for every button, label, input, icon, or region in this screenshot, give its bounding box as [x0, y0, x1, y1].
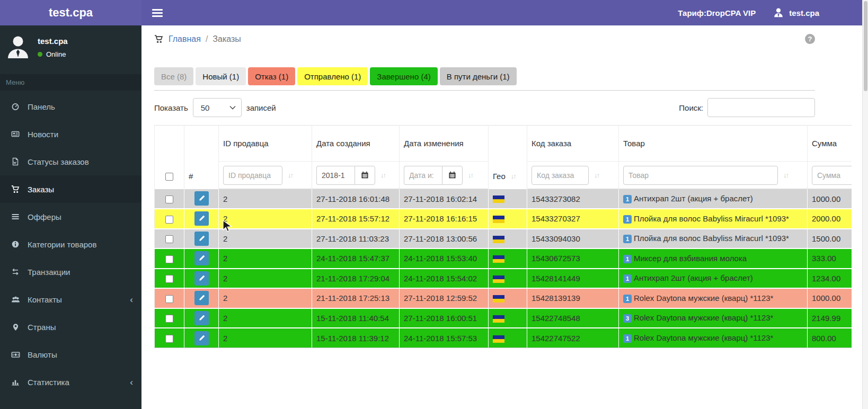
edit-button[interactable] [194, 211, 209, 226]
row-checkbox[interactable] [165, 295, 173, 303]
updated-date-cell: 27-11-2018 12:59:52 [400, 288, 489, 308]
sort-icon[interactable]: ↓↑ [468, 171, 473, 179]
row-select-cell [155, 189, 184, 209]
calendar-button[interactable] [442, 166, 463, 185]
row-checkbox[interactable] [165, 315, 173, 323]
calendar-button[interactable] [355, 166, 375, 185]
row-checkbox[interactable] [165, 335, 173, 343]
sidebar-item-statistics[interactable]: Статистика ‹ [0, 368, 141, 396]
product-cell: 1Миксер для взбивания молока [619, 248, 808, 269]
order-code-cell: 15422747522 [527, 328, 619, 348]
avatar [5, 34, 31, 59]
select-all-checkbox[interactable] [165, 173, 173, 181]
sort-icon[interactable]: ↓↑ [288, 171, 293, 179]
row-edit-cell [184, 229, 219, 249]
table-row: 2 24-11-2018 15:47:37 24-11-2018 15:53:4… [155, 248, 852, 269]
sort-icon[interactable]: ↓↑ [511, 172, 516, 180]
edit-button[interactable] [194, 331, 209, 345]
breadcrumb-separator: / [206, 34, 208, 44]
geo-cell [489, 248, 527, 269]
breadcrumb-home-link[interactable]: Главная [169, 34, 201, 44]
row-checkbox[interactable] [165, 216, 173, 224]
tab-completed[interactable]: Завершено (4) [370, 67, 437, 85]
sidebar-item-label: Категории товаров [28, 240, 96, 249]
tab-all[interactable]: Все (8) [154, 67, 193, 85]
tariff-label: Тариф:DropCPA VIP [678, 8, 756, 17]
orders-table: # ID продавца Дата создания Дата изменен… [154, 125, 852, 348]
seller-filter-input[interactable] [223, 166, 282, 185]
filter-cell-seller: ↓↑ [219, 162, 312, 189]
sort-icon[interactable]: ↓↑ [783, 171, 788, 179]
user-icon [773, 7, 784, 19]
row-checkbox[interactable] [165, 195, 173, 203]
created-date-cell: 15-11-2018 11:40:54 [312, 308, 400, 328]
edit-button[interactable] [194, 232, 209, 246]
created-date-filter-input[interactable] [316, 166, 355, 185]
sidebar-item-offers[interactable]: Офферы [0, 203, 141, 230]
order-code-filter-input[interactable] [532, 166, 589, 185]
sidebar-item-orders[interactable]: Заказы [0, 175, 141, 203]
updated-date-cell: 27-11-2018 16:16:15 [400, 209, 489, 229]
product-cell: 3Rolex Daytona мужские (кварц) *1123* [619, 308, 808, 328]
edit-button[interactable] [194, 251, 209, 265]
tab-sent[interactable]: Отправлено (1) [297, 67, 368, 85]
sort-icon[interactable]: ↓↑ [594, 171, 599, 179]
sidebar-item-product-categories[interactable]: Категории товаров [0, 230, 141, 258]
tab-money-in-transit[interactable]: В пути деньги (1) [440, 67, 517, 85]
column-header-updated: Дата изменения [400, 126, 489, 162]
tab-new[interactable]: Новый (1) [196, 67, 246, 85]
edit-button[interactable] [194, 311, 209, 325]
product-cell: 1Плойка для волос Babyliss Miracurl *109… [619, 229, 808, 249]
ukraine-flag-icon [493, 335, 504, 343]
row-checkbox[interactable] [165, 275, 173, 283]
hamburger-menu-icon[interactable] [152, 9, 163, 17]
edit-button[interactable] [194, 291, 209, 305]
sidebar-item-transactions[interactable]: Транзакции [0, 258, 141, 286]
product-cell: 1Антихрап 2шт (акция + браслет) [619, 189, 808, 209]
updated-date-cell: 27-11-2018 16:00:51 [400, 308, 489, 328]
help-button[interactable]: ? [805, 34, 815, 44]
ukraine-flag-icon [493, 255, 504, 263]
geo-cell [489, 328, 527, 348]
sidebar: test.cpa Online Меню Панель Новости Стат… [0, 25, 141, 409]
pencil-icon [198, 275, 205, 282]
amount-filter-input[interactable] [812, 166, 852, 185]
online-status-icon [38, 52, 42, 57]
updated-date-filter-input[interactable] [404, 166, 442, 185]
row-edit-cell [184, 328, 219, 348]
scrollbar-thumb[interactable] [864, 1, 867, 91]
row-select-cell [155, 288, 184, 308]
edit-button[interactable] [194, 271, 209, 286]
show-label: Показать [154, 103, 188, 112]
chevron-left-icon: ‹ [130, 378, 133, 387]
user-menu[interactable]: test.cpa [773, 7, 819, 19]
row-checkbox[interactable] [165, 255, 173, 263]
sidebar-item-news[interactable]: Новости [0, 120, 141, 148]
geo-cell [489, 269, 527, 289]
ukraine-flag-icon [493, 275, 504, 283]
row-edit-cell [184, 308, 219, 328]
sidebar-item-label: Новости [28, 130, 58, 139]
page-size-select[interactable]: 50 [193, 98, 242, 117]
sidebar-item-currencies[interactable]: Валюты [0, 341, 141, 368]
menu-section-label: Меню [0, 74, 141, 91]
pencil-icon [198, 235, 205, 242]
sidebar-item-order-statuses[interactable]: Статусы заказов [0, 148, 141, 175]
search-label: Поиск: [679, 103, 703, 112]
sidebar-item-panel[interactable]: Панель [0, 93, 141, 120]
sidebar-item-countries[interactable]: Страны [0, 313, 141, 341]
sort-icon[interactable]: ↓↑ [380, 171, 385, 179]
column-header-seller: ID продавца [219, 126, 312, 162]
cart-icon [154, 34, 164, 44]
seller-id-cell: 2 [219, 308, 312, 328]
tab-declined[interactable]: Отказ (1) [248, 67, 295, 85]
seller-id-cell: 2 [219, 269, 312, 289]
sidebar-item-label: Статусы заказов [28, 157, 89, 166]
search-input[interactable] [707, 98, 815, 117]
updated-date-cell: 24-11-2018 15:57:53 [400, 328, 489, 348]
row-checkbox[interactable] [165, 235, 173, 243]
edit-button[interactable] [194, 191, 209, 206]
product-filter-input[interactable] [623, 166, 778, 185]
sidebar-item-contacts[interactable]: Контакты ‹ [0, 286, 141, 313]
records-label: записей [246, 103, 276, 112]
